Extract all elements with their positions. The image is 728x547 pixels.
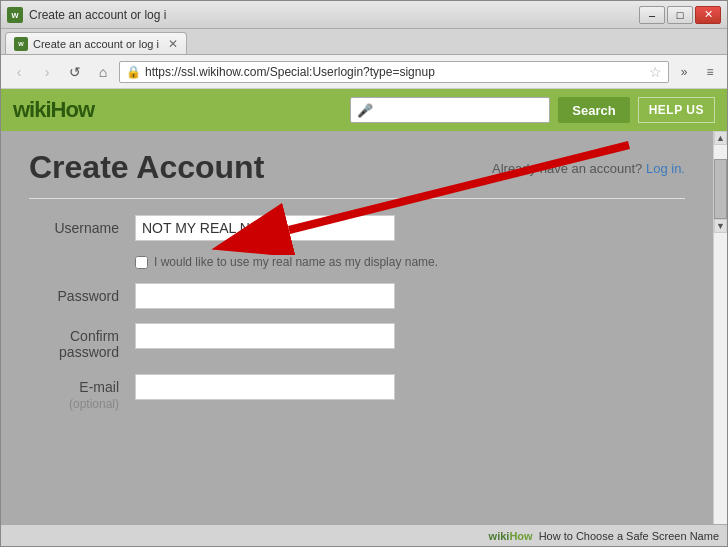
maximize-button[interactable]: □ bbox=[667, 6, 693, 24]
search-area: 🎤 Search HELP US bbox=[104, 97, 715, 123]
bottom-article-title: How to Choose a Safe Screen Name bbox=[539, 530, 719, 542]
username-row: Username bbox=[29, 215, 685, 241]
password-input[interactable] bbox=[135, 283, 395, 309]
scrollbar-thumb[interactable] bbox=[714, 159, 727, 219]
scrollbar-down-button[interactable]: ▼ bbox=[714, 219, 727, 233]
window-controls: – □ ✕ bbox=[639, 6, 721, 24]
address-input-wrap: 🔒 https://ssl.wikihow.com/Special:Userlo… bbox=[119, 61, 669, 83]
confirm-password-label: Confirm password bbox=[29, 323, 119, 360]
window-favicon: w bbox=[7, 7, 23, 23]
tab-bar: w Create an account or log i ✕ bbox=[1, 29, 727, 55]
tab-favicon: w bbox=[14, 37, 28, 51]
tab-close-icon[interactable]: ✕ bbox=[168, 37, 178, 51]
checkbox-label: I would like to use my real name as my d… bbox=[154, 255, 438, 269]
logo-how: How bbox=[51, 97, 94, 122]
tab-title: Create an account or log i bbox=[33, 38, 159, 50]
search-button[interactable]: Search bbox=[558, 97, 629, 123]
username-label: Username bbox=[29, 215, 119, 236]
page-header: Create Account Already have an account? … bbox=[29, 149, 685, 199]
back-button[interactable]: ‹ bbox=[7, 60, 31, 84]
site-logo[interactable]: wikiHow bbox=[13, 97, 94, 123]
password-row: Password bbox=[29, 283, 685, 309]
help-us-button[interactable]: HELP US bbox=[638, 97, 715, 123]
email-row: E-mail (optional) bbox=[29, 374, 685, 411]
extensions-icon[interactable]: » bbox=[673, 61, 695, 83]
confirm-password-input[interactable] bbox=[135, 323, 395, 349]
reload-button[interactable]: ↺ bbox=[63, 60, 87, 84]
page-title: Create Account bbox=[29, 149, 264, 186]
home-button[interactable]: ⌂ bbox=[91, 60, 115, 84]
real-name-checkbox-row: I would like to use my real name as my d… bbox=[135, 255, 685, 269]
password-field-wrap bbox=[135, 283, 685, 309]
menu-icon[interactable]: ≡ bbox=[699, 61, 721, 83]
search-input-wrap: 🎤 bbox=[350, 97, 550, 123]
already-account-text: Already have an account? Log in. bbox=[492, 161, 685, 176]
site-header: wikiHow 🎤 Search HELP US bbox=[1, 89, 727, 131]
logo-wiki: wiki bbox=[13, 97, 51, 122]
address-url[interactable]: https://ssl.wikihow.com/Special:Userlogi… bbox=[145, 65, 645, 79]
title-bar: w Create an account or log i – □ ✕ bbox=[1, 1, 727, 29]
login-link[interactable]: Log in. bbox=[646, 161, 685, 176]
scrollbar[interactable]: ▲ ▼ bbox=[713, 131, 727, 524]
real-name-checkbox[interactable] bbox=[135, 256, 148, 269]
email-field-wrap bbox=[135, 374, 685, 400]
confirm-password-row: Confirm password bbox=[29, 323, 685, 360]
username-field-wrap bbox=[135, 215, 685, 241]
bookmark-icon[interactable]: ☆ bbox=[649, 64, 662, 80]
browser-window: w Create an account or log i – □ ✕ w Cre… bbox=[0, 0, 728, 547]
signup-form: Username bbox=[29, 215, 685, 411]
window-title: Create an account or log i bbox=[29, 8, 639, 22]
bottom-logo: wikiHow bbox=[489, 530, 533, 542]
status-bar: wikiHow How to Choose a Safe Screen Name bbox=[1, 524, 727, 546]
address-bar: ‹ › ↺ ⌂ 🔒 https://ssl.wikihow.com/Specia… bbox=[1, 55, 727, 89]
lock-icon: 🔒 bbox=[126, 65, 141, 79]
content-area: Create Account Already have an account? … bbox=[1, 131, 727, 524]
active-tab[interactable]: w Create an account or log i ✕ bbox=[5, 32, 187, 54]
email-input[interactable] bbox=[135, 374, 395, 400]
email-label: E-mail (optional) bbox=[29, 374, 119, 411]
minimize-button[interactable]: – bbox=[639, 6, 665, 24]
username-input[interactable] bbox=[135, 215, 395, 241]
page-content: Create Account Already have an account? … bbox=[1, 131, 713, 524]
status-bar-right: wikiHow How to Choose a Safe Screen Name bbox=[489, 530, 719, 542]
forward-button[interactable]: › bbox=[35, 60, 59, 84]
close-button[interactable]: ✕ bbox=[695, 6, 721, 24]
microphone-icon[interactable]: 🎤 bbox=[357, 103, 373, 118]
scrollbar-up-button[interactable]: ▲ bbox=[714, 131, 727, 145]
password-label: Password bbox=[29, 283, 119, 304]
confirm-password-field-wrap bbox=[135, 323, 685, 349]
